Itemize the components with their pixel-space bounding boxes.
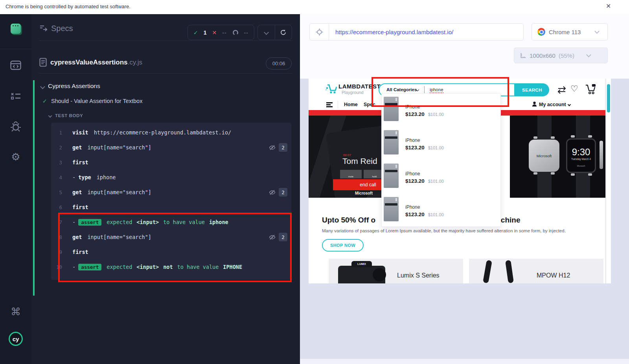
product-image xyxy=(384,130,399,154)
watch-lug xyxy=(533,136,537,139)
watch-lug xyxy=(588,135,592,138)
nav-my-account[interactable]: My account xyxy=(539,102,566,107)
command-row[interactable]: 3 first xyxy=(51,155,291,170)
lambdatest-cart-logo xyxy=(325,82,338,94)
search-button[interactable]: SEARCH xyxy=(515,83,549,96)
browser-select[interactable]: Chrome 113 xyxy=(532,23,608,40)
selector-playground-icon[interactable] xyxy=(310,24,329,40)
assertion-highlight-box xyxy=(58,213,292,282)
code-window-icon[interactable] xyxy=(0,61,31,70)
search-result-item[interactable]: iPhone $123.20 $101.00 xyxy=(382,128,500,162)
debug-bug-icon[interactable] xyxy=(0,121,31,132)
spec-filename[interactable]: cypressValueAssertions.cy.js xyxy=(50,59,142,66)
rerun-button[interactable] xyxy=(275,25,292,40)
section-subtitle: Many variations of passages of Lorem Ips… xyxy=(322,228,566,233)
automation-banner-text: Chrome is being controlled by automated … xyxy=(6,4,131,9)
product-card-lumix[interactable]: LUMIX Lumix S Series xyxy=(329,259,463,283)
url-bar[interactable]: https://ecommerce-playground.lambdatest.… xyxy=(309,23,524,40)
command-args: iphone xyxy=(97,174,116,180)
spec-basename: cypressValueAssertions xyxy=(50,59,128,66)
passed-count: 1 xyxy=(204,29,207,36)
watch-side-view xyxy=(600,141,603,169)
hidden-elements-icon xyxy=(269,189,276,195)
watch-front-silver: Microsoft xyxy=(529,140,559,172)
command-args: input[name="search"] xyxy=(87,144,151,151)
suite-title[interactable]: Cypress Assertions xyxy=(48,83,100,90)
command-row[interactable]: 4 - type iphone xyxy=(51,170,291,185)
element-count-badge: 2 xyxy=(279,143,287,152)
product-old-price: $101.00 xyxy=(428,145,444,150)
watch-brand-label: Microsoft xyxy=(537,154,552,158)
search-result-item[interactable]: iPhone $123.20 $101.00 xyxy=(382,162,500,195)
specs-list-icon[interactable] xyxy=(39,24,48,32)
caller-name: Tom Reid xyxy=(342,156,377,166)
command-method: first xyxy=(72,159,88,165)
hero-banner-right[interactable]: Microsoft 9:30 Tuesday March 4 Microsoft xyxy=(510,116,605,198)
command-method: get xyxy=(72,189,82,195)
close-icon[interactable]: ✕ xyxy=(606,2,611,10)
line-number: 3 xyxy=(51,160,62,165)
settings-gear-icon[interactable]: ⚙ xyxy=(0,151,31,163)
menu-icon[interactable] xyxy=(326,102,333,103)
browser-name: Chrome 113 xyxy=(549,29,581,35)
product-title[interactable]: iPhone xyxy=(405,138,420,143)
chrome-icon xyxy=(537,28,545,36)
watch-front-black: 9:30 Tuesday March 4 Microsoft xyxy=(566,138,596,173)
watch-lug xyxy=(551,136,555,139)
watch-lug xyxy=(533,172,537,175)
command-row[interactable]: 1 visit https://ecommerce-playground.lam… xyxy=(51,125,291,140)
microsoft-label: Microsoft xyxy=(355,191,373,195)
spec-extension: .cy.js xyxy=(128,59,142,66)
specs-title: Specs xyxy=(51,24,73,33)
cypress-logo[interactable]: cy xyxy=(9,332,23,346)
duration-badge: 00:06 xyxy=(266,57,292,70)
site-brand-sub: Playground xyxy=(342,90,364,95)
watch-face-brand: Microsoft xyxy=(567,165,595,167)
command-method: visit xyxy=(72,129,88,136)
command-row[interactable]: 5 get input[name="search"] 2 xyxy=(51,185,291,200)
element-count-badge: 2 xyxy=(279,188,287,197)
headphone-image xyxy=(483,260,492,283)
test-body-chevron-icon[interactable] xyxy=(48,114,52,118)
mute-button: mute xyxy=(340,170,362,178)
browser-chevron-icon xyxy=(595,29,600,34)
suite-active-bar xyxy=(33,80,35,296)
viewport-size: 1000x660 xyxy=(530,52,555,59)
ruler-icon xyxy=(520,52,526,59)
search-result-item[interactable]: iPhone $123.20 $101.00 xyxy=(382,195,500,228)
test-title[interactable]: Should - Value Assertion for Textbox xyxy=(51,98,142,104)
specs-stack-icon[interactable] xyxy=(11,24,21,34)
product-card-mpow[interactable]: MPOW H12 xyxy=(469,259,603,283)
aut-iframe: LAMBDATEST Playground All Categories iph… xyxy=(309,79,605,283)
product-image xyxy=(384,197,399,221)
test-runs-icon[interactable] xyxy=(0,91,31,101)
product-title[interactable]: iPhone xyxy=(405,204,420,210)
watch-lug xyxy=(571,135,575,138)
product-old-price: $101.00 xyxy=(428,179,444,184)
iframe-scrollbar-thumb[interactable] xyxy=(607,84,610,112)
line-number: 1 xyxy=(51,130,62,136)
nav-home[interactable]: Home xyxy=(344,102,358,107)
sidebar-divider xyxy=(0,49,31,49)
nav-divider xyxy=(338,101,338,108)
compare-icon[interactable] xyxy=(556,86,567,94)
keyboard-shortcuts-icon[interactable]: ⌘ xyxy=(0,306,31,318)
camera-brand-label: LUMIX xyxy=(351,261,372,267)
line-number: 2 xyxy=(51,145,62,151)
product-title[interactable]: iPhone xyxy=(405,171,420,176)
test-passed-icon: ✓ xyxy=(42,98,47,104)
wishlist-heart-icon[interactable]: ♡ xyxy=(570,84,578,94)
command-row[interactable]: 2 get input[name="search"] 2 xyxy=(51,140,291,155)
url-text[interactable]: https://ecommerce-playground.lambdatest.… xyxy=(335,29,453,35)
suite-chevron-icon[interactable] xyxy=(40,84,45,89)
product-old-price: $101.00 xyxy=(428,212,444,217)
shop-now-button[interactable]: SHOP NOW xyxy=(322,239,364,252)
viewport-select[interactable]: 1000x660 (55%) xyxy=(514,48,608,63)
hidden-elements-icon xyxy=(269,145,276,151)
iframe-scrollbar[interactable] xyxy=(606,79,611,283)
test-body-label[interactable]: TEST BODY xyxy=(55,113,83,118)
section-heading-left: Upto 50% Off o xyxy=(322,216,375,224)
collapse-chevron-button[interactable] xyxy=(258,25,275,40)
cart-icon[interactable] xyxy=(585,84,596,95)
headphone-image xyxy=(505,260,514,283)
